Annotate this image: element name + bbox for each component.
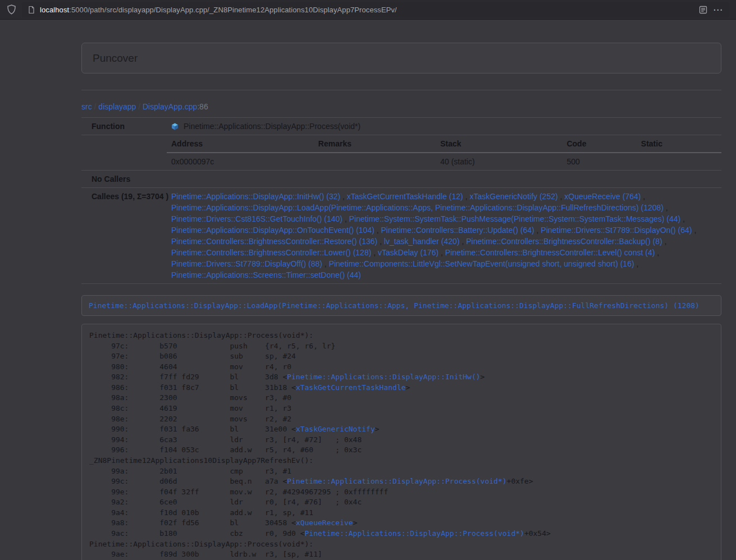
divider [81, 90, 721, 90]
breadcrumb: src / displayapp / DisplayApp.cpp:86 [81, 102, 721, 112]
cell-static [637, 153, 721, 170]
callee-link[interactable]: Pinetime::Controllers::BrightnessControl… [466, 237, 662, 246]
callees-list: Pinetime::Applications::DisplayApp::Init… [167, 188, 721, 283]
url-path: :5000/path/src/displayapp/DisplayApp.cpp… [69, 6, 397, 14]
col-header-static: Static [637, 135, 721, 153]
callee-link[interactable]: Pinetime::System::SystemTask::PushMessag… [349, 214, 681, 223]
col-header-remarks: Remarks [314, 135, 436, 153]
shield-icon [7, 4, 16, 15]
breadcrumb-link[interactable]: DisplayApp.cpp [143, 102, 197, 111]
no-callers-row: No Callers [81, 171, 721, 188]
no-callers-label: No Callers [81, 171, 167, 187]
cell-remarks [314, 153, 436, 170]
function-symbol: Pinetime::Applications::DisplayApp::Proc… [184, 121, 360, 132]
code-symbol-link[interactable]: xQueueReceive [296, 518, 353, 527]
metrics-header-row: Address Remarks Stack Code Static [167, 135, 721, 153]
breadcrumb-link[interactable]: src [81, 102, 92, 111]
callee-link[interactable]: xQueueReceive (764) [564, 192, 641, 201]
loadapp-symbol-link[interactable]: Pinetime::Applications::DisplayApp::Load… [89, 301, 700, 310]
loadapp-heading-panel: Pinetime::Applications::DisplayApp::Load… [81, 295, 721, 316]
no-callers-cell [167, 171, 721, 187]
function-symbol-cell: Pinetime::Applications::DisplayApp::Proc… [167, 118, 721, 135]
tracking-protection-shield-icon[interactable] [7, 4, 16, 15]
callee-link[interactable]: Pinetime::Applications::Screens::Timer::… [171, 270, 361, 279]
code-symbol-link[interactable]: Pinetime::Applications::DisplayApp::Init… [287, 373, 480, 381]
callee-link[interactable]: Pinetime::Applications::DisplayApp::OnTo… [171, 226, 374, 235]
code-symbol-link[interactable]: Pinetime::Applications::DisplayApp::Proc… [305, 529, 524, 538]
cube-icon [171, 123, 179, 130]
breadcrumb-line-number: :86 [197, 102, 208, 111]
disassembly-code-block: Pinetime::Applications::DisplayApp::Proc… [81, 324, 721, 560]
callee-link[interactable]: Pinetime::Controllers::BrightnessControl… [171, 248, 371, 257]
callee-link[interactable]: xTaskGetCurrentTaskHandle (12) [347, 192, 463, 201]
page-icon [28, 6, 35, 14]
col-header-code: Code [562, 135, 636, 153]
code-symbol-link[interactable]: Pinetime::Applications::DisplayApp::Proc… [287, 477, 506, 485]
function-label: Function [81, 118, 167, 135]
page-actions-menu-icon[interactable]: ⋯ [712, 5, 724, 15]
browser-chrome: localhost:5000/path/src/displayapp/Displ… [0, 0, 736, 20]
breadcrumb-link[interactable]: displayapp [98, 102, 136, 111]
breadcrumb-separator: / [136, 102, 143, 111]
url-text: localhost:5000/path/src/displayapp/Displ… [40, 6, 694, 14]
cell-address: 0x0000097c [167, 153, 314, 170]
callee-link[interactable]: Pinetime::Controllers::Battery::Update()… [381, 226, 534, 235]
page-info-icon[interactable] [28, 6, 35, 14]
callee-link[interactable]: vTaskDelay (176) [378, 248, 438, 257]
callee-link[interactable]: Pinetime::Components::LittleVgl::SetNewT… [329, 259, 634, 268]
callee-link[interactable]: Pinetime::Drivers::Cst816S::GetTouchInfo… [171, 214, 342, 223]
col-header-address: Address [167, 135, 314, 153]
cell-code: 500 [562, 153, 636, 170]
code-symbol-link[interactable]: xTaskGetCurrentTaskHandle [296, 383, 406, 392]
callee-link[interactable]: Pinetime::Drivers::St7789::DisplayOn() (… [541, 226, 692, 235]
url-host: localhost [40, 6, 69, 14]
callees-row: Callees (19, Σ=3704 ) Pinetime::Applicat… [81, 188, 721, 284]
callee-link[interactable]: Pinetime::Drivers::St7789::DisplayOff() … [171, 259, 322, 268]
app-title-panel: Puncover [81, 43, 721, 74]
callees-label: Callees (19, Σ=3704 ) [81, 188, 167, 283]
reader-view-icon[interactable] [699, 6, 707, 14]
callee-link[interactable]: lv_task_handler (420) [384, 237, 460, 246]
reader-icon [699, 6, 707, 14]
url-bar[interactable]: localhost:5000/path/src/displayapp/Displ… [22, 2, 729, 17]
function-row: Function Pinetime::Applications::Display… [81, 118, 721, 135]
breadcrumb-separator: / [92, 102, 99, 111]
callee-link[interactable]: Pinetime::Controllers::BrightnessControl… [171, 237, 377, 246]
metrics-data-row: 0x0000097c 40 (static) 500 [167, 153, 721, 170]
metrics-table-cell: Address Remarks Stack Code Static 0x0000… [167, 135, 721, 170]
callee-link[interactable]: Pinetime::Applications::DisplayApp::Init… [171, 192, 340, 201]
metrics-table-row: Address Remarks Stack Code Static 0x0000… [81, 135, 721, 171]
function-table: Function Pinetime::Applications::Display… [81, 117, 721, 284]
callee-link[interactable]: Pinetime::Controllers::BrightnessControl… [445, 248, 655, 257]
cell-stack: 40 (static) [436, 153, 562, 170]
page-content: Puncover src / displayapp / DisplayApp.c… [81, 20, 721, 560]
callee-link[interactable]: Pinetime::Applications::DisplayApp::Load… [171, 203, 664, 212]
col-header-stack: Stack [436, 135, 562, 153]
code-symbol-link[interactable]: xTaskGenericNotify [296, 425, 375, 433]
app-title: Puncover [93, 52, 138, 65]
metrics-table: Address Remarks Stack Code Static 0x0000… [167, 135, 721, 170]
metrics-row-spacer [81, 135, 167, 170]
callee-link[interactable]: xTaskGenericNotify (252) [469, 192, 557, 201]
